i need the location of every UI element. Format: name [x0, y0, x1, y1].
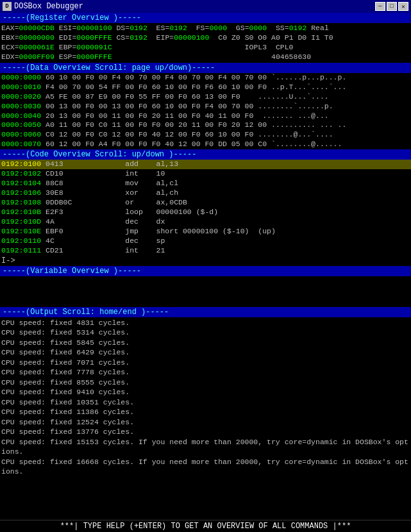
output-line: CPU speed: fixed 16668 cycles. If you ne… — [1, 457, 410, 477]
data-section: 0000:0000 60 10 00 F0 00 F4 00 70 00 F4 … — [0, 73, 411, 150]
register-row: EDX=0000FF09 ESP=0000FFFE 404658630 — [1, 53, 410, 62]
data-row: 0000:0060 C0 12 00 F0 C0 12 00 F0 40 12 … — [0, 130, 411, 140]
data-row: 0000:0070 60 12 00 F0 A4 F0 00 F0 F0 40 … — [0, 140, 411, 149]
output-line: CPU speed: fixed 13776 cycles. — [1, 427, 410, 437]
debugger-body: -----(Register Overview )----- EAX=00000… — [0, 13, 411, 532]
code-row: 0192:0106 30E8 xor al,ch — [0, 188, 411, 198]
variable-body — [0, 276, 411, 307]
code-row: 0192:010E EBF0 jmp short 00000100 ($-10)… — [0, 227, 411, 237]
data-row: 0000:0000 60 10 00 F0 00 F4 00 70 00 F4 … — [0, 73, 411, 83]
minimize-button[interactable]: ─ — [375, 2, 385, 11]
code-section: 0192:0100 0413 add al,130192:0102 CD10 i… — [0, 160, 411, 255]
code-row: 0192:010D 4A dec dx — [0, 217, 411, 227]
input-prompt: I-> — [1, 256, 15, 265]
output-line: CPU speed: fixed 15153 cycles. If you ne… — [1, 437, 410, 457]
output-line: CPU speed: fixed 8555 cycles. — [1, 378, 410, 388]
register-section: EAX=00000CDB ESI=00000100 DS=0192 ES=019… — [0, 23, 411, 63]
code-row: 0192:0102 CD10 int 10 — [0, 169, 411, 179]
output-line: CPU speed: fixed 7071 cycles. — [1, 358, 410, 368]
variable-section-header: -----(Variable Overview )----- — [0, 266, 411, 276]
data-row: 0000:0050 A0 11 00 F0 C0 11 00 F0 F0 00 … — [0, 121, 411, 130]
output-line: CPU speed: fixed 12524 cycles. — [1, 417, 410, 428]
input-row[interactable]: I-> — [0, 256, 411, 266]
output-line: CPU speed: fixed 9410 cycles. — [1, 387, 410, 397]
code-row: 0192:010B E2F3 loop 00000100 ($-d) — [0, 208, 411, 217]
maximize-button[interactable]: □ — [387, 2, 397, 11]
close-button[interactable]: ✕ — [398, 2, 408, 11]
register-row: EAX=00000CDB ESI=00000100 DS=0192 ES=019… — [1, 24, 410, 33]
register-row: ECX=0000061E EBP=0000091C IOPL3 CPL0 — [1, 43, 410, 53]
data-row: 0000:0010 F4 00 70 00 54 FF 00 F0 60 10 … — [0, 83, 411, 92]
register-section-header: -----(Register Overview )----- — [0, 13, 411, 23]
app-icon: D — [3, 2, 12, 11]
code-section-header: -----(Code Overview Scroll: up/down )---… — [0, 149, 411, 160]
data-section-header: -----(Data Overview Scroll: page up/down… — [0, 63, 411, 73]
output-line: CPU speed: fixed 5314 cycles. — [1, 328, 410, 338]
code-row: 0192:0100 0413 add al,13 — [0, 160, 411, 169]
output-line: CPU speed: fixed 7778 cycles. — [1, 367, 410, 378]
output-line: CPU speed: fixed 10351 cycles. — [1, 397, 410, 408]
code-row: 0192:0111 CD21 int 21 — [0, 246, 411, 256]
code-row: 0192:0104 88C8 mov al,cl — [0, 179, 411, 188]
cursor-indicator — [15, 256, 20, 265]
output-line: CPU speed: fixed 5845 cycles. — [1, 338, 410, 348]
code-row: 0192:0110 4C dec sp — [0, 237, 411, 246]
code-row: 0192:0108 0DDB0C or ax,0CDB — [0, 198, 411, 208]
title-bar: D DOSBox Debugger ─ □ ✕ — [0, 0, 411, 13]
app-title: DOSBox Debugger — [14, 2, 83, 11]
output-section: -----(Output Scroll: home/end )----- CPU… — [0, 307, 411, 532]
output-body[interactable]: CPU speed: fixed 4831 cycles.CPU speed: … — [0, 317, 411, 520]
commands-bar: ***| TYPE HELP (+ENTER) TO GET AN OVERVI… — [0, 520, 411, 532]
register-row: EBX=00000000 EDI=0000FFFE CS=0192 EIP=00… — [1, 33, 410, 43]
output-line: CPU speed: fixed 4831 cycles. — [1, 318, 410, 328]
data-row: 0000:0030 00 13 00 F0 00 13 00 F0 60 10 … — [0, 102, 411, 112]
output-line: CPU speed: fixed 6429 cycles. — [1, 347, 410, 358]
output-section-header: -----(Output Scroll: home/end )----- — [0, 307, 411, 317]
output-line: CPU speed: fixed 11386 cycles. — [1, 407, 410, 417]
data-row: 0000:0040 20 13 00 F0 00 11 00 F0 20 11 … — [0, 112, 411, 121]
data-row: 0000:0020 A5 FE 00 87 E9 00 F0 55 FF 00 … — [0, 92, 411, 102]
